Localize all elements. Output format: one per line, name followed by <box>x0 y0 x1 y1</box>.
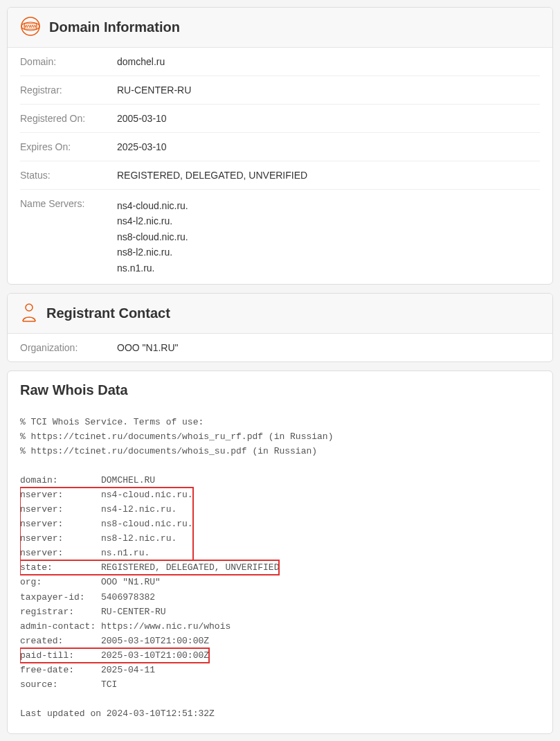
label-domain: Domain: <box>20 56 117 67</box>
domain-info-body: Domain: domchel.ru Registrar: RU-CENTER-… <box>8 48 552 284</box>
ns-entry: ns4-l2.nic.ru. <box>117 213 540 229</box>
raw-line: nserver: ns8-l2.nic.ru. <box>20 533 177 544</box>
raw-line: nserver: ns4-l2.nic.ru. <box>20 504 177 515</box>
label-status: Status: <box>20 170 117 181</box>
registrant-header: Registrant Contact <box>8 294 552 334</box>
value-registered-on: 2005-03-10 <box>117 113 540 124</box>
label-name-servers: Name Servers: <box>20 198 117 276</box>
label-organization: Organization: <box>20 342 117 353</box>
domain-info-header: WWW Domain Information <box>8 8 552 48</box>
label-registered-on: Registered On: <box>20 113 117 124</box>
raw-line: nserver: ns.n1.ru. <box>20 548 150 558</box>
value-registrar: RU-CENTER-RU <box>117 84 540 96</box>
highlight-nservers: nserver: ns4-cloud.nic.ru. nserver: ns4-… <box>20 488 193 560</box>
value-status: REGISTERED, DELEGATED, UNVERIFIED <box>117 170 540 181</box>
ns-entry: ns.n1.ru. <box>117 260 540 276</box>
row-expires-on: Expires On: 2025-03-10 <box>20 133 540 161</box>
row-registered-on: Registered On: 2005-03-10 <box>20 105 540 133</box>
value-expires-on: 2025-03-10 <box>117 141 540 152</box>
highlight-state: state: REGISTERED, DELEGATED, UNVERIFIED <box>20 560 279 575</box>
row-status: Status: REGISTERED, DELEGATED, UNVERIFIE… <box>20 161 540 190</box>
ns-entry: ns8-cloud.nic.ru. <box>117 229 540 244</box>
raw-line: nserver: ns4-cloud.nic.ru. <box>20 490 193 500</box>
raw-line: created: 2005-03-10T21:00:00Z <box>20 636 209 646</box>
person-icon <box>20 302 38 325</box>
raw-whois-title: Raw Whois Data <box>20 382 540 398</box>
ns-entry: ns4-cloud.nic.ru. <box>117 198 540 213</box>
raw-whois-header: Raw Whois Data <box>8 371 552 402</box>
highlight-paid-till: paid-till: 2025-03-10T21:00:00Z <box>20 648 209 663</box>
ns-entry: ns8-l2.nic.ru. <box>117 244 540 260</box>
registrant-contact-panel: Registrant Contact Organization: OOO "N1… <box>7 293 553 362</box>
raw-line: % https://tcinet.ru/documents/whois_ru_r… <box>20 431 333 442</box>
raw-line: nserver: ns8-cloud.nic.ru. <box>20 519 193 529</box>
globe-www-icon: WWW <box>20 16 41 39</box>
raw-whois-text: % TCI Whois Service. Terms of use: % htt… <box>20 415 540 721</box>
svg-point-4 <box>26 304 33 311</box>
domain-information-panel: WWW Domain Information Domain: domchel.r… <box>7 7 553 285</box>
raw-line: free-date: 2025-04-11 <box>20 665 155 675</box>
registrant-title: Registrant Contact <box>46 305 170 321</box>
raw-line: % TCI Whois Service. Terms of use: <box>20 417 204 427</box>
label-registrar: Registrar: <box>20 84 117 96</box>
raw-whois-panel: Raw Whois Data % TCI Whois Service. Term… <box>7 370 553 734</box>
row-domain: Domain: domchel.ru <box>20 48 540 76</box>
row-registrar: Registrar: RU-CENTER-RU <box>20 76 540 105</box>
raw-line: paid-till: 2025-03-10T21:00:00Z <box>20 650 209 661</box>
svg-text:WWW: WWW <box>25 24 37 28</box>
raw-line: source: TCI <box>20 679 117 690</box>
value-name-servers: ns4-cloud.nic.ru. ns4-l2.nic.ru. ns8-clo… <box>117 198 540 276</box>
raw-line: domain: DOMCHEL.RU <box>20 475 155 485</box>
raw-line: org: OOO "N1.RU" <box>20 577 161 587</box>
label-expires-on: Expires On: <box>20 141 117 152</box>
raw-line: registrar: RU-CENTER-RU <box>20 607 166 617</box>
raw-line: admin-contact: https://www.nic.ru/whois <box>20 621 231 632</box>
row-organization: Organization: OOO "N1.RU" <box>20 334 540 361</box>
raw-line: state: REGISTERED, DELEGATED, UNVERIFIED <box>20 562 279 573</box>
value-domain: domchel.ru <box>117 56 540 67</box>
value-organization: OOO "N1.RU" <box>117 342 540 353</box>
domain-info-title: Domain Information <box>49 19 180 35</box>
raw-line: % https://tcinet.ru/documents/whois_su.p… <box>20 446 317 456</box>
raw-line: taxpayer-id: 5406978382 <box>20 592 155 602</box>
row-name-servers: Name Servers: ns4-cloud.nic.ru. ns4-l2.n… <box>20 190 540 284</box>
registrant-body: Organization: OOO "N1.RU" <box>8 334 552 361</box>
raw-whois-body: % TCI Whois Service. Terms of use: % htt… <box>8 402 552 733</box>
raw-line: Last updated on 2024-03-10T12:51:32Z <box>20 708 215 719</box>
